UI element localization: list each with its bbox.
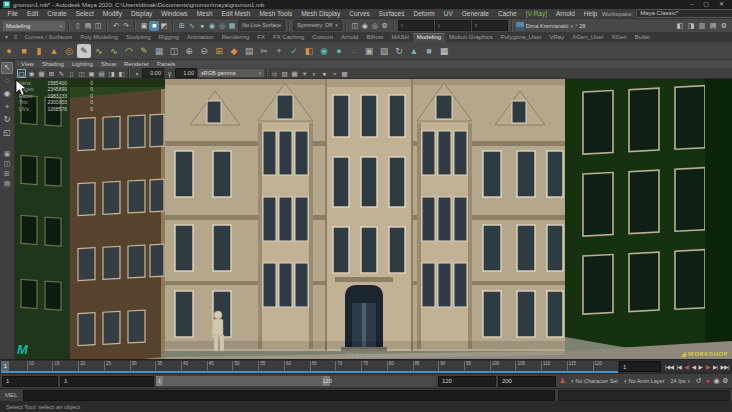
timeline-tick[interactable]: 55 — [258, 361, 284, 371]
timeline-tick[interactable]: 10 — [27, 361, 53, 371]
timeline-tick[interactable]: 115 — [567, 361, 593, 371]
timeline-tick[interactable]: 105 — [515, 361, 541, 371]
snap-projected-center-icon[interactable]: ◉ — [207, 21, 217, 31]
shelf-extrude[interactable]: ⊞ — [212, 44, 226, 58]
playback-range[interactable]: 1 120 — [156, 376, 330, 386]
shelf-tab[interactable]: Arnold — [337, 33, 362, 42]
range-bar[interactable]: 1 120 — [156, 376, 436, 386]
play-backwards-button[interactable]: ◀ — [691, 364, 697, 370]
timeline-tick[interactable]: 95 — [464, 361, 490, 371]
shadows-icon[interactable]: ◐ — [310, 69, 319, 78]
xray-icon[interactable]: ▨ — [280, 69, 289, 78]
menu-item[interactable]: Edit — [22, 9, 42, 18]
shelf-image-plane[interactable]: ▦ — [152, 44, 166, 58]
grease-pencil-icon[interactable]: ✎ — [57, 69, 66, 78]
shelf-tab[interactable]: Motion Graphics — [445, 33, 497, 42]
shelf-target-weld[interactable]: + — [272, 44, 286, 58]
shelf-tab[interactable]: Curves / Surfaces — [21, 33, 77, 42]
shelf-bezier-curve[interactable]: ∿ — [107, 44, 121, 58]
shelf-poly-cylinder[interactable]: ▮ — [32, 44, 46, 58]
make-live-icon[interactable]: ▦ — [227, 21, 237, 31]
viewport-menu-item[interactable]: View — [17, 60, 38, 68]
timeline-tick[interactable]: 60 — [284, 361, 310, 371]
animation-end-field[interactable]: 200 — [498, 376, 556, 387]
menu-item[interactable]: Arnold — [552, 9, 580, 18]
layout-persp-outliner[interactable]: ▤ — [2, 179, 13, 188]
timeline-tick[interactable]: 75 — [361, 361, 387, 371]
lasso-tool[interactable]: ◌ — [1, 75, 13, 87]
shelf-tab[interactable]: XGen_User — [568, 33, 607, 42]
channel-box-toggle-icon[interactable]: ▤ — [708, 21, 718, 31]
shelf-menu-icon[interactable]: ≡ — [11, 33, 21, 42]
safe-action-icon[interactable]: ◨ — [107, 69, 116, 78]
menu-item[interactable]: Deform — [409, 9, 439, 18]
shelf-tab[interactable]: FX — [253, 33, 269, 42]
workspace-settings-icon[interactable]: ⚙ — [719, 21, 729, 31]
shelf-tab[interactable]: Modeling — [413, 33, 445, 42]
shelf-tab[interactable]: Animation — [183, 33, 218, 42]
shelf-uv-editor[interactable]: ▦ — [437, 44, 451, 58]
timeline-tick[interactable]: 25 — [104, 361, 130, 371]
menu-item[interactable]: Create — [43, 9, 72, 18]
symmetry-selector[interactable]: Symmetry: Off▾ — [293, 20, 342, 31]
animation-start-field[interactable]: 1 — [2, 376, 58, 387]
snap-grid-icon[interactable]: ⊞ — [177, 21, 187, 31]
shelf-reduce[interactable]: ▨ — [377, 44, 391, 58]
shelf-tab[interactable]: Rendering — [218, 33, 254, 42]
current-frame-field[interactable]: 1 — [619, 361, 661, 372]
maximize-button[interactable]: ▢ — [698, 0, 714, 9]
timeline-tick[interactable]: 20 — [78, 361, 104, 371]
layout-four-pane[interactable]: ⊞ — [2, 169, 13, 178]
menu-item[interactable]: Display — [126, 9, 156, 18]
fps-selector[interactable]: 24 fps ▾ — [669, 378, 693, 384]
shelf-tab[interactable]: Poly Modeling — [76, 33, 122, 42]
coordinate-input[interactable]: z — [472, 20, 508, 31]
coordinate-input[interactable]: x — [398, 20, 434, 31]
save-scene-icon[interactable]: ◫ — [93, 21, 103, 31]
character-set-icon[interactable]: ♟ — [558, 375, 567, 387]
minimize-button[interactable]: – — [685, 0, 698, 9]
timeline-tick[interactable]: 30 — [130, 361, 156, 371]
shelf-tab[interactable]: Sculpting — [122, 33, 155, 42]
shelf-tab[interactable]: Bifrost — [362, 33, 387, 42]
shelf-bridge[interactable]: ▤ — [242, 44, 256, 58]
menu-item[interactable]: Help — [579, 9, 601, 18]
shelf-tab[interactable]: Custom — [308, 33, 337, 42]
playback-end-field[interactable]: 120 — [438, 376, 496, 387]
account-menu[interactable]: Dima Kremianskii ▾ — [516, 22, 573, 30]
shelf-poly-sphere[interactable]: ● — [2, 44, 16, 58]
3d-scene[interactable]: Verts: 1585400 0 Edges: 2345899 0 Faces:… — [15, 79, 732, 359]
menu-item[interactable]: Modify — [98, 9, 126, 18]
command-input[interactable] — [23, 390, 555, 401]
film-gate-icon[interactable]: ▯ — [67, 69, 76, 78]
resolution-gate-icon[interactable]: ◫ — [77, 69, 86, 78]
play-forwards-button[interactable]: ▶ — [698, 364, 704, 370]
live-surface-selector[interactable]: No Live Surface — [238, 20, 285, 31]
shelf-tab[interactable]: Rigging — [155, 33, 183, 42]
menu-item[interactable]: Mesh — [192, 9, 217, 18]
menu-item[interactable]: Curves — [345, 9, 375, 18]
isolate-select-icon[interactable]: ◎ — [270, 69, 279, 78]
shelf-tab[interactable]: Bullet — [631, 33, 654, 42]
layout-single-pane[interactable]: ▣ — [2, 149, 13, 158]
timeline-tick[interactable]: 110 — [541, 361, 567, 371]
shelf-bevel[interactable]: ◆ — [227, 44, 241, 58]
timeline-tick[interactable]: 120 — [593, 361, 619, 371]
2d-panzoom-icon[interactable]: ⊞ — [47, 69, 56, 78]
timeline-tick[interactable]: 100 — [490, 361, 516, 371]
shelf-multi-cut[interactable]: ✂ — [257, 44, 271, 58]
loop-playback-icon[interactable]: ↺ — [694, 375, 703, 387]
coordinate-input[interactable]: y — [435, 20, 471, 31]
menu-item[interactable]: Select — [71, 9, 98, 18]
timeline-tick[interactable]: 70 — [335, 361, 361, 371]
range-end-handle[interactable]: 120 — [323, 376, 330, 386]
shelf-mirror[interactable]: ◧ — [302, 44, 316, 58]
wireframe-on-shaded-icon[interactable]: ▦ — [290, 69, 299, 78]
motion-blur-icon[interactable]: ≈ — [330, 69, 339, 78]
layout-two-pane[interactable]: ◫ — [2, 159, 13, 168]
menu-item[interactable]: [V-Ray] — [521, 9, 551, 18]
ambient-occlusion-icon[interactable]: ● — [320, 69, 329, 78]
shelf-tab[interactable]: VRay — [545, 33, 568, 42]
paint-select-tool[interactable]: ◉ — [1, 88, 13, 100]
timeline-tick[interactable]: 50 — [232, 361, 258, 371]
